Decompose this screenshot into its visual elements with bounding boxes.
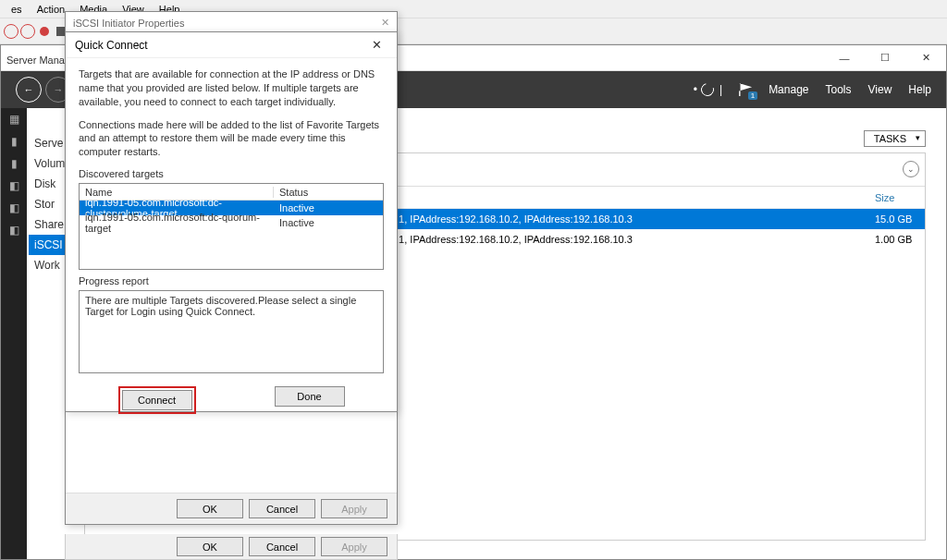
record-icon[interactable]: [37, 24, 52, 39]
dialog-footer: OK Cancel Apply: [66, 493, 397, 524]
done-button[interactable]: Done: [275, 386, 345, 407]
refresh-button[interactable]: •: [694, 83, 714, 96]
cancel-button[interactable]: Cancel: [249, 537, 315, 556]
apply-button[interactable]: Apply: [321, 537, 387, 556]
connect-button[interactable]: Connect: [122, 390, 192, 410]
progress-label: Progress report: [79, 275, 384, 286]
col-status[interactable]: Status: [274, 187, 383, 198]
rail-icon[interactable]: ▮: [1, 152, 27, 175]
apply-button[interactable]: Apply: [321, 499, 387, 518]
list-item[interactable]: iqn.1991-05.com.microsoft:dc-quorum-targ…: [80, 215, 383, 230]
dialog-title: iSCSI Initiator Properties: [73, 18, 184, 29]
col-name[interactable]: Name: [80, 187, 274, 198]
header-help[interactable]: Help: [908, 83, 931, 96]
nav-back-button[interactable]: ←: [16, 77, 42, 103]
close-button[interactable]: ✕: [905, 45, 946, 71]
tasks-dropdown[interactable]: TASKS: [864, 130, 926, 147]
dialog-titlebar: Quick Connect ✕: [66, 32, 397, 58]
ok-button[interactable]: OK: [177, 499, 243, 518]
col-size[interactable]: Size: [869, 192, 925, 203]
toolbar-button[interactable]: [20, 24, 35, 39]
info-text: Connections made here will be added to t…: [79, 118, 384, 160]
header-tools[interactable]: Tools: [826, 83, 852, 96]
rail-icon[interactable]: ▦: [1, 108, 27, 130]
rail-icon[interactable]: ▮: [1, 130, 27, 152]
close-icon[interactable]: ✕: [366, 36, 387, 54]
rail-icon[interactable]: ◧: [1, 175, 27, 197]
info-text: Targets that are available for connectio…: [79, 67, 384, 109]
dialog-footer-duplicate: OK Cancel Apply: [65, 534, 398, 560]
progress-report: There are multiple Targets discovered.Pl…: [79, 290, 384, 373]
notifications-button[interactable]: 1: [739, 83, 752, 96]
maximize-button[interactable]: ☐: [865, 45, 905, 71]
quick-connect-dialog: Quick Connect ✕ Targets that are availab…: [65, 31, 398, 412]
menu-item[interactable]: es: [4, 4, 30, 15]
discovered-targets-label: Discovered targets: [79, 168, 384, 179]
header-manage[interactable]: Manage: [769, 83, 808, 96]
icon-rail: ▦ ▮ ▮ ◧ ◧ ◧: [1, 108, 27, 559]
ok-button[interactable]: OK: [177, 537, 243, 556]
header-view[interactable]: View: [868, 83, 892, 96]
minimize-button[interactable]: —: [824, 45, 865, 71]
rail-icon[interactable]: ◧: [1, 197, 27, 219]
toolbar-button[interactable]: [4, 24, 18, 39]
close-icon[interactable]: ✕: [381, 17, 389, 29]
connect-highlight: Connect: [118, 386, 196, 414]
discovered-targets-list[interactable]: Name Status iqn.1991-05.com.microsoft:dc…: [79, 183, 384, 270]
cancel-button[interactable]: Cancel: [249, 499, 315, 518]
rail-icon[interactable]: ◧: [1, 219, 27, 241]
refresh-icon: [698, 80, 716, 98]
expand-button[interactable]: ⌄: [903, 161, 919, 177]
dialog-title: Quick Connect: [75, 39, 148, 52]
